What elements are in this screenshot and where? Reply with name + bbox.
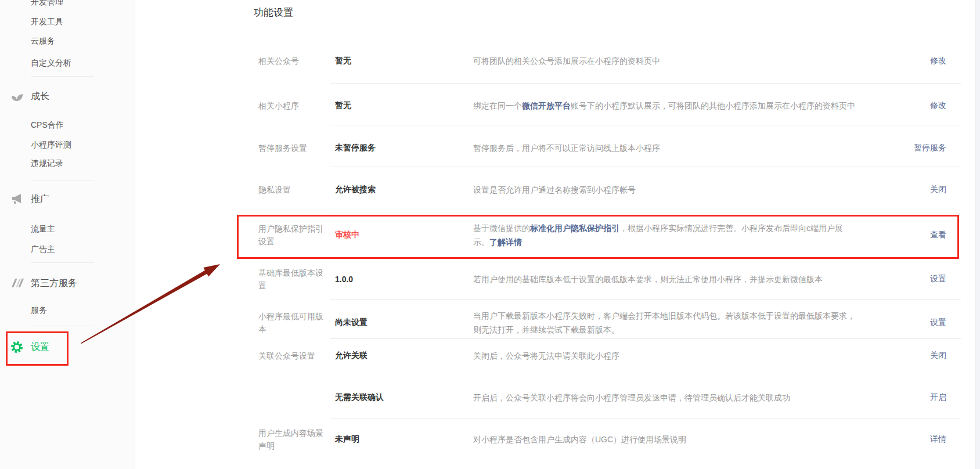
page-gutter [975,0,980,469]
row-label: 相关小程序 [258,99,329,112]
sidebar-item-advertiser[interactable]: 广告主 [31,243,55,255]
row-label: 用户隐私保护指引设置 [258,222,329,248]
ugc-declaration-action-link[interactable]: 详情 [930,434,946,445]
row-description: 可将团队的相关公众号添加展示在小程序的资料页中 [473,54,855,68]
row-label: 关联公众号设置 [258,349,329,362]
table-row-related-miniprogram: 相关小程序暂无绑定在同一个微信开放平台账号下的小程序默认展示，可将团队的其他小程… [258,85,961,126]
row-value: 1.0.0 [335,275,466,284]
sidebar-item-label: 开发工具 [31,17,63,26]
sidebar-item-label: 云服务 [31,36,55,45]
sidebar-item-label: 服务 [31,305,47,315]
third-party-icon [10,276,24,290]
row-separator [330,418,961,419]
row-value: 暂无 [335,56,466,66]
page-title: 功能设置 [254,6,293,19]
sidebar-item-label: 广告主 [31,244,55,254]
row-value: 尚未设置 [335,318,466,328]
row-label: 相关公众号 [258,55,329,67]
row-value: 允许被搜索 [335,185,466,195]
sidebar-item-growth[interactable]: 成长 [31,89,49,104]
min-available-version-action-link[interactable]: 设置 [930,318,946,328]
table-row-suspend-service: 暂停服务设置未暂停服务暂停服务后，用户将不可以正常访问线上版本小程序暂停服务 [258,128,961,168]
row-value: 未暂停服务 [335,143,466,153]
page: 开发管理开发工具云服务自定义分析成长CPS合作小程序评测违规记录推广流量主广告主… [0,0,980,469]
row-description: 基于微信提供的标准化用户隐私保护指引，根据小程序实际情况进行完善。小程序发布后即… [473,221,855,249]
description-text: 当用户下载最新版本小程序失败时，客户端会打开本地旧版本代码包。若该版本低于设置的… [473,311,855,334]
sidebar-item-miniprogram-evaluation[interactable]: 小程序评测 [31,138,71,151]
row-label: 小程序最低可用版本 [258,310,329,335]
sidebar-item-label: 自定义分析 [31,58,71,67]
sidebar-item-cloud-service[interactable]: 云服务 [31,34,55,47]
sidebar-item-label: CPS合作 [31,120,64,129]
megaphone-icon [10,192,24,206]
description-text: 绑定在同一个 [473,101,522,110]
sidebar-item-violation-records[interactable]: 违规记录 [31,157,63,169]
sprout-icon [10,89,24,103]
row-value-status: 审核中 [335,230,466,240]
sidebar-divider [31,181,94,181]
sidebar-item-service[interactable]: 服务 [31,304,47,316]
gear-icon [10,340,24,354]
row-description: 开启后，公众号关联小程序将会向小程序管理员发送申请，待管理员确认后才能关联成功 [473,391,855,405]
row-label: 用户生成内容场景声明 [258,427,329,452]
sidebar-item-third-party-services[interactable]: 第三方服务 [31,276,77,291]
sidebar-item-cps-cooperation[interactable]: CPS合作 [31,118,64,131]
description-text: 开启后，公众号关联小程序将会向小程序管理员发送申请，待管理员确认后才能关联成功 [473,393,790,402]
description-text: 基于微信提供的 [473,223,530,233]
row-description: 设置是否允许用户通过名称搜索到小程序帐号 [473,183,855,197]
no-link-confirm-action-link[interactable]: 开启 [930,392,946,403]
min-lib-version-action-link[interactable]: 设置 [930,274,946,284]
row-description: 关闭后，公众号将无法申请关联此小程序 [473,349,855,363]
related-official-account-action-link[interactable]: 修改 [930,56,946,66]
description-text: 可将团队的相关公众号添加展示在小程序的资料页中 [473,56,660,66]
table-row-linked-official-account: 关联公众号设置允许关联关闭后，公众号将无法申请关联此小程序关闭 [258,335,961,376]
table-row-privacy-setting: 隐私设置允许被搜索设置是否允许用户通过名称搜索到小程序帐号关闭 [258,169,961,210]
sidebar-item-label: 小程序评测 [31,140,71,149]
sidebar-divider [31,326,94,326]
sidebar-item-label: 第三方服务 [31,278,77,288]
privacy-setting-action-link[interactable]: 关闭 [930,185,946,195]
suspend-service-action-link[interactable]: 暂停服务 [914,143,946,153]
row-description: 绑定在同一个微信开放平台账号下的小程序默认展示，可将团队的其他小程序添加展示在小… [473,99,855,113]
inline-link[interactable]: 微信开放平台 [522,101,571,110]
sidebar-item-label: 成长 [31,91,49,101]
related-miniprogram-action-link[interactable]: 修改 [930,100,946,111]
table-row-no-link-confirm: 无需关联确认开启后，公众号关联小程序将会向小程序管理员发送申请，待管理员确认后才… [258,377,961,418]
sidebar-item-dev-tools[interactable]: 开发工具 [31,15,63,28]
description-text: 关闭后，公众号将无法申请关联此小程序 [473,351,619,360]
sidebar-item-label: 开发管理 [31,0,63,6]
privacy-guide-action-link[interactable]: 查看 [930,230,946,240]
sidebar-item-label: 推广 [31,194,49,204]
description-text: 对小程序是否包含用户生成内容（UGC）进行使用场景说明 [473,435,686,444]
row-description: 若用户使用的基础库版本低于设置的最低版本要求，则无法正常使用小程序，并提示更新微… [473,272,855,286]
sidebar-item-label: 违规记录 [31,158,63,168]
sidebar-item-label: 流量主 [31,224,55,233]
sidebar: 开发管理开发工具云服务自定义分析成长CPS合作小程序评测违规记录推广流量主广告主… [0,0,135,469]
row-value: 无需关联确认 [335,392,466,403]
sidebar-item-dev-management[interactable]: 开发管理 [31,0,63,8]
table-row-privacy-guide: 用户隐私保护指引设置审核中基于微信提供的标准化用户隐私保护指引，根据小程序实际情… [258,213,961,257]
row-label: 基础库最低版本设置 [258,266,329,292]
description-text: 设置是否允许用户通过名称搜索到小程序帐号 [473,185,636,194]
inline-link[interactable]: 标准化用户隐私保护指引 [530,223,619,233]
sidebar-divider [31,76,94,77]
linked-official-account-action-link[interactable]: 关闭 [930,351,946,361]
row-description: 暂停服务后，用户将不可以正常访问线上版本小程序 [473,141,855,155]
table-row-min-lib-version: 基础库最低版本设置1.0.0若用户使用的基础库版本低于设置的最低版本要求，则无法… [258,259,961,300]
row-value: 暂无 [335,100,466,111]
row-label: 隐私设置 [258,183,329,196]
sidebar-item-label: 设置 [31,342,49,352]
sidebar-item-custom-analysis[interactable]: 自定义分析 [31,56,71,69]
row-label: 暂停服务设置 [258,142,329,154]
sidebar-divider [31,262,94,263]
row-separator [330,83,961,84]
sidebar-item-promotion[interactable]: 推广 [31,192,49,207]
description-text: 若用户使用的基础库版本低于设置的最低版本要求，则无法正常使用小程序，并提示更新微… [473,275,823,284]
row-description: 对小程序是否包含用户生成内容（UGC）进行使用场景说明 [473,432,855,446]
table-row-ugc-declaration: 用户生成内容场景声明未声明对小程序是否包含用户生成内容（UGC）进行使用场景说明… [258,419,961,460]
row-value: 允许关联 [335,351,466,361]
sidebar-item-settings[interactable]: 设置 [31,340,49,355]
inline-link[interactable]: 了解详情 [489,237,522,247]
sidebar-item-traffic-owner[interactable]: 流量主 [31,222,55,235]
row-value: 未声明 [335,434,466,445]
